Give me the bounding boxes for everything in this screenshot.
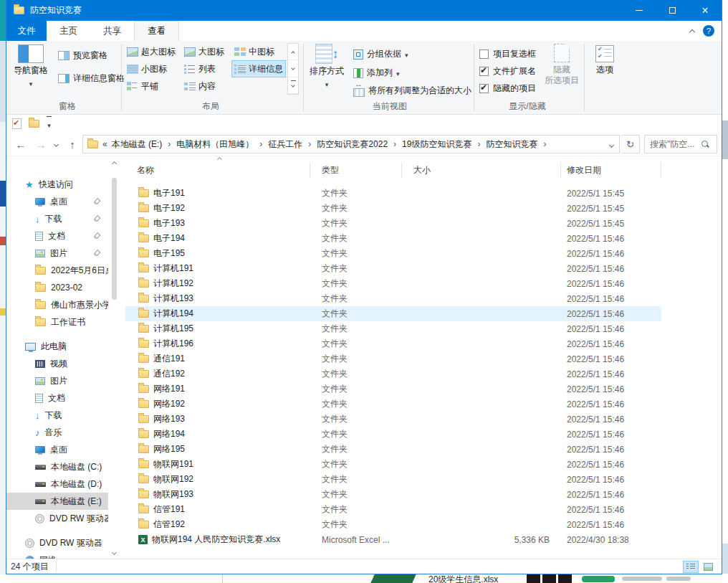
qat-customize-icon[interactable]: [47, 116, 52, 131]
close-button[interactable]: [689, 0, 722, 21]
search-icon[interactable]: [701, 140, 709, 148]
checkbox-icon[interactable]: [479, 67, 489, 76]
gallery-more-icon[interactable]: [288, 77, 298, 94]
sidebar-item[interactable]: 快速访问: [6, 176, 108, 193]
refresh-button[interactable]: [621, 135, 640, 153]
sidebar-item[interactable]: 文档: [6, 389, 108, 407]
sidebar-item[interactable]: 桌面: [6, 441, 108, 458]
forward-button[interactable]: [32, 132, 49, 156]
scroll-up-icon[interactable]: [108, 156, 120, 169]
sidebar-item[interactable]: 桌面: [6, 193, 108, 210]
sidebar-item[interactable]: 视频: [6, 355, 108, 372]
breadcrumb-segment[interactable]: 本地磁盘 (E:): [107, 138, 167, 151]
tab-file[interactable]: 文件: [6, 21, 47, 41]
file-row[interactable]: 计算机196 文件夹 2022/5/1 15:46: [125, 336, 661, 351]
sidebar-item[interactable]: 2023-02: [6, 279, 108, 296]
layout-view-option[interactable]: 列表: [181, 60, 231, 77]
sidebar-item[interactable]: 下载: [6, 210, 108, 227]
layout-view-option[interactable]: 超大图标: [124, 43, 181, 60]
maximize-button[interactable]: [656, 0, 689, 21]
column-header-date[interactable]: 修改日期: [561, 162, 661, 178]
sidebar-item[interactable]: DVD RW 驱动器: [6, 534, 108, 551]
minimize-button[interactable]: [623, 0, 656, 21]
size-all-columns-button[interactable]: 将所有列调整为合适的大小: [353, 84, 471, 97]
sidebar-item[interactable]: 图片: [6, 372, 108, 389]
options-button[interactable]: 选项: [588, 45, 621, 76]
breadcrumb-segment[interactable]: 防空知识竞赛2022: [312, 138, 392, 151]
file-row[interactable]: 电子192 文件夹 2022/5/1 15:45: [125, 201, 661, 216]
layout-view-option[interactable]: 中图标: [231, 43, 286, 60]
sidebar-item[interactable]: 本地磁盘 (E:): [6, 493, 108, 510]
column-header-name[interactable]: 名称: [125, 162, 310, 178]
file-row[interactable]: 计算机193 文件夹 2022/5/1 15:46: [125, 291, 661, 306]
file-row[interactable]: 网络194 文件夹 2022/5/1 15:46: [125, 427, 661, 442]
qat-folder-icon[interactable]: [29, 120, 39, 128]
sidebar-item[interactable]: 图片: [6, 245, 108, 262]
file-row[interactable]: 网络193 文件夹 2022/5/1 15:46: [125, 412, 661, 427]
sidebar-item[interactable]: 下载: [6, 407, 108, 424]
checkbox-icon[interactable]: [479, 49, 489, 59]
layout-view-option[interactable]: 大图标: [181, 43, 231, 60]
search-input[interactable]: [645, 139, 701, 149]
thumbnail-view-button[interactable]: [700, 561, 716, 573]
preview-pane-button[interactable]: 预览窗格: [58, 49, 107, 62]
checkbox-icon[interactable]: [479, 84, 489, 93]
breadcrumb-segment[interactable]: 电脑材料（田旭峰）: [172, 138, 258, 151]
file-row[interactable]: 计算机191 文件夹 2022/5/1 15:46: [125, 261, 661, 276]
show-hide-checkbox[interactable]: 文件扩展名: [479, 65, 536, 77]
layout-view-option[interactable]: 内容: [181, 77, 231, 95]
file-row[interactable]: 网络191 文件夹 2022/5/1 15:46: [125, 381, 661, 397]
file-row[interactable]: 信管192 文件夹 2022/5/1 15:46: [125, 517, 661, 532]
file-row[interactable]: 通信191 文件夹 2022/5/1 15:46: [125, 351, 661, 366]
scrollbar-thumb[interactable]: [112, 178, 117, 300]
breadcrumb-segment[interactable]: 征兵工作: [264, 138, 307, 151]
file-row[interactable]: 电子191 文件夹 2022/5/1 15:45: [125, 186, 661, 201]
file-row[interactable]: 物联网194 人民防空知识竞赛.xlsx Microsoft Excel ...…: [125, 532, 661, 547]
nav-pane-button[interactable]: 导航窗格: [11, 44, 51, 88]
gallery-scroll-down-icon[interactable]: [288, 60, 298, 77]
details-view-button[interactable]: [683, 561, 699, 573]
gallery-scrollbar[interactable]: [287, 43, 299, 95]
tab-share[interactable]: 共享: [90, 21, 134, 41]
file-row[interactable]: 物联网192 文件夹 2022/5/1 15:46: [125, 472, 661, 487]
file-row[interactable]: 网络195 文件夹 2022/5/1 15:46: [125, 442, 661, 457]
add-columns-button[interactable]: 添加列: [353, 67, 400, 79]
breadcrumb[interactable]: 本地磁盘 (E:) 电脑材料（田旭峰） 征兵工作 防空知识竞赛2022 19级防…: [82, 135, 620, 153]
breadcrumb-segment[interactable]: 防空知识竞赛: [482, 138, 542, 151]
group-by-button[interactable]: 分组依据: [353, 48, 408, 60]
qat-properties-icon[interactable]: [12, 118, 21, 129]
layout-view-option[interactable]: 详细信息: [231, 60, 286, 77]
file-row[interactable]: 物联网193 文件夹 2022/5/1 15:46: [125, 487, 661, 502]
sort-by-button[interactable]: 排序方式: [307, 44, 346, 89]
file-row[interactable]: 电子193 文件夹 2022/5/1 15:45: [125, 216, 661, 231]
sidebar-item[interactable]: 网络: [6, 551, 108, 559]
sidebar-item[interactable]: 文档: [6, 227, 108, 245]
layout-view-option[interactable]: 小图标: [124, 60, 181, 77]
column-header-type[interactable]: 类型: [310, 162, 402, 178]
sidebar-item[interactable]: DVD RW 驱动器: [6, 510, 108, 527]
file-row[interactable]: 电子194 文件夹 2022/5/1 15:46: [125, 231, 661, 246]
tab-view[interactable]: 查看: [134, 21, 179, 41]
address-dropdown-icon[interactable]: [604, 139, 619, 149]
layout-view-option[interactable]: 平铺: [124, 77, 181, 95]
breadcrumb-overflow-icon[interactable]: [102, 139, 107, 149]
sidebar-item[interactable]: 此电脑: [6, 338, 108, 355]
details-pane-button[interactable]: 详细信息窗格: [58, 72, 125, 85]
file-row[interactable]: 计算机192 文件夹 2022/5/1 15:46: [125, 276, 661, 291]
file-row[interactable]: 网络192 文件夹 2022/5/1 15:46: [125, 397, 661, 412]
show-hide-checkbox[interactable]: 项目复选框: [479, 48, 536, 60]
breadcrumb-segment[interactable]: 19级防空知识竞赛: [398, 138, 476, 151]
collapse-ribbon-icon[interactable]: [689, 29, 695, 34]
sidebar-item[interactable]: 2022年5月6日桌: [6, 262, 108, 279]
file-row[interactable]: 计算机194 文件夹 2022/5/1 15:46: [125, 306, 661, 321]
sidebar-item[interactable]: 佛山市惠景小学-: [6, 296, 108, 313]
sidebar-item[interactable]: 本地磁盘 (D:): [6, 475, 108, 493]
scroll-down-icon[interactable]: [108, 546, 120, 559]
tab-home[interactable]: 主页: [47, 21, 90, 41]
hide-selected-button[interactable]: 隐藏 所选项目: [542, 44, 581, 87]
gallery-scroll-up-icon[interactable]: [288, 44, 298, 60]
up-button[interactable]: [64, 132, 81, 156]
recent-locations-icon[interactable]: [51, 132, 61, 156]
file-row[interactable]: 电子195 文件夹 2022/5/1 15:46: [125, 246, 661, 261]
sidebar-item[interactable]: 音乐: [6, 424, 108, 441]
